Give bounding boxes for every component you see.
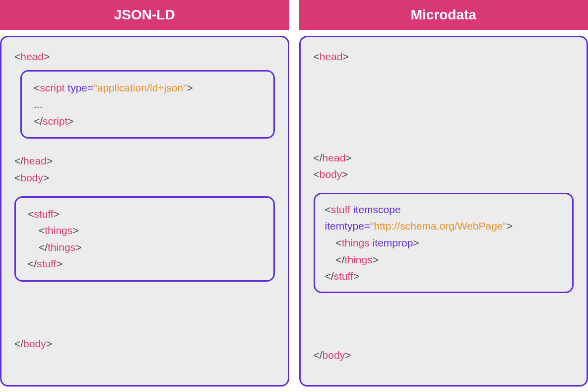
- bracket-open: </: [314, 152, 323, 163]
- bracket-close: >: [56, 258, 62, 269]
- bracket-open: </: [14, 338, 23, 349]
- body-open-line: <body>: [14, 169, 275, 186]
- stuff-box: <stuff itemscope itemtype="http://schema…: [314, 193, 574, 293]
- stuff-open-l1: <stuff itemscope: [325, 201, 563, 218]
- bracket-open: <: [39, 225, 45, 236]
- head-open-line: <head>: [314, 48, 574, 65]
- stuff-tag: stuff: [331, 204, 350, 215]
- bracket-close: >: [54, 208, 60, 220]
- bracket-close: >: [75, 241, 81, 253]
- bracket-close: >: [373, 254, 379, 265]
- bracket-close: >: [345, 349, 351, 361]
- bracket-close: >: [67, 115, 73, 127]
- body-close-line: </body>: [314, 347, 574, 364]
- bracket-open: </: [34, 115, 43, 127]
- bracket-open: <: [314, 168, 320, 180]
- type-value: "application/ld+json": [93, 82, 187, 93]
- body-open-line: <body>: [314, 166, 574, 183]
- bracket-open: <: [336, 237, 342, 248]
- bracket-open: </: [336, 254, 345, 265]
- stuff-close-line: </stuff>: [28, 255, 261, 272]
- bracket-close: >: [43, 172, 49, 183]
- itemprop-attr: itemprop: [373, 237, 413, 248]
- script-tag: script: [43, 115, 67, 127]
- bracket-close: >: [187, 82, 193, 93]
- body-tag: body: [23, 338, 46, 349]
- ellipsis: ...: [34, 96, 261, 113]
- jsonld-header: JSON-LD: [0, 0, 289, 30]
- bracket-open: </: [14, 155, 23, 166]
- bracket-open: <: [34, 82, 40, 93]
- head-close-line: </head>: [14, 153, 275, 169]
- bracket-open: </: [325, 270, 334, 282]
- stuff-open-l2: itemtype="http://schema.org/WebPage">: [325, 218, 563, 235]
- microdata-column: Microdata <head> </head> <body> <stuff i…: [299, 0, 588, 387]
- things-tag: things: [345, 254, 373, 265]
- bracket-open: </: [39, 241, 48, 253]
- bracket-close: >: [46, 338, 52, 349]
- bracket-close: >: [507, 220, 513, 232]
- bracket-close: >: [413, 237, 419, 248]
- stuff-tag: stuff: [37, 258, 56, 269]
- things-tag: things: [48, 241, 75, 253]
- stuff-box: <stuff> <things> </things> </stuff>: [14, 196, 275, 282]
- microdata-header: Microdata: [299, 0, 588, 30]
- bracket-close: >: [342, 168, 348, 180]
- stuff-tag: stuff: [34, 208, 53, 220]
- itemscope-attr: itemscope: [353, 204, 401, 215]
- bracket-open: <: [14, 51, 20, 62]
- bracket-close: >: [44, 51, 50, 62]
- microdata-panel: <head> </head> <body> <stuff itemscope i…: [299, 36, 588, 387]
- itemtype-attr: itemtype=: [325, 220, 371, 232]
- things-open-line: <things itemprop>: [325, 235, 563, 251]
- head-tag: head: [320, 51, 343, 62]
- bracket-close: >: [353, 270, 359, 282]
- head-open-line: <head>: [14, 48, 275, 65]
- things-tag: things: [342, 237, 370, 248]
- body-close-line: </body>: [14, 335, 275, 352]
- script-tag: script: [40, 82, 65, 93]
- diagram-container: JSON-LD <head> <script type="application…: [0, 0, 588, 387]
- stuff-tag: stuff: [334, 270, 353, 282]
- body-tag: body: [320, 168, 342, 180]
- bracket-open: <: [325, 204, 331, 215]
- script-box: <script type="application/ld+json"> ... …: [20, 70, 275, 139]
- head-close-line: </head>: [314, 150, 574, 166]
- script-open-line: <script type="application/ld+json">: [34, 79, 261, 96]
- things-close-line: </things>: [325, 251, 563, 268]
- head-tag: head: [23, 155, 47, 166]
- stuff-close-line: </stuff>: [325, 268, 563, 285]
- bracket-open: </: [28, 258, 37, 269]
- things-tag: things: [45, 225, 72, 236]
- things-close-line: </things>: [28, 239, 261, 256]
- bracket-close: >: [345, 152, 351, 163]
- things-open-line: <things>: [28, 222, 261, 239]
- stuff-open-line: <stuff>: [28, 206, 261, 223]
- head-tag: head: [323, 152, 346, 163]
- jsonld-column: JSON-LD <head> <script type="application…: [0, 0, 289, 387]
- head-tag: head: [20, 51, 44, 62]
- type-attr: type=: [67, 82, 93, 93]
- bracket-close: >: [47, 155, 53, 166]
- bracket-close: >: [342, 51, 348, 62]
- bracket-open: <: [28, 208, 34, 220]
- bracket-open: <: [314, 51, 320, 62]
- bracket-open: <: [14, 172, 20, 183]
- script-close-line: </script>: [34, 113, 261, 130]
- itemtype-value: "http://schema.org/WebPage": [370, 220, 507, 232]
- body-tag: body: [20, 172, 43, 183]
- bracket-close: >: [72, 225, 78, 236]
- jsonld-panel: <head> <script type="application/ld+json…: [0, 36, 289, 387]
- body-tag: body: [323, 349, 345, 361]
- bracket-open: </: [314, 349, 323, 361]
